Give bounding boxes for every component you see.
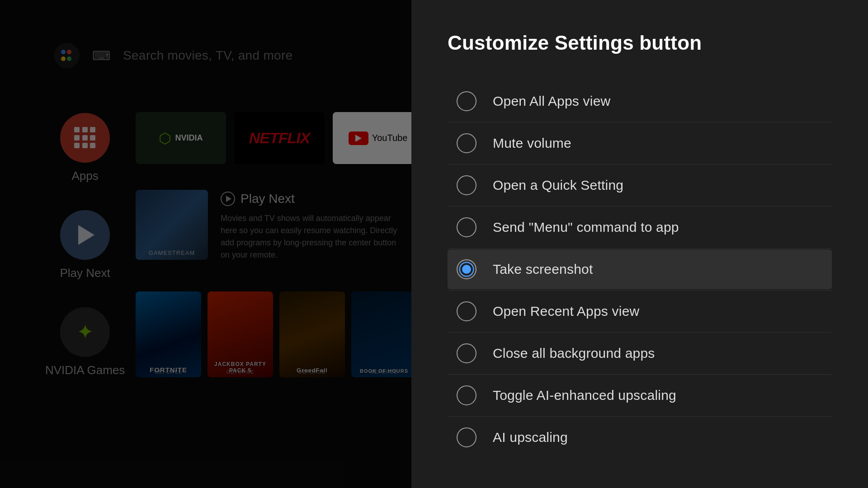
- radio-send-menu-command: [457, 217, 476, 237]
- radio-selected-indicator: [460, 263, 473, 276]
- radio-close-background-apps: [457, 343, 476, 363]
- option-label-open-all-apps: Open All Apps view: [493, 94, 610, 109]
- settings-option-close-background-apps[interactable]: Close all background apps: [448, 333, 832, 373]
- radio-ai-upscaling: [457, 427, 476, 447]
- settings-option-open-quick-setting[interactable]: Open a Quick Setting: [448, 165, 832, 205]
- radio-open-recent-apps: [457, 301, 476, 321]
- divider: [448, 164, 832, 164]
- settings-option-open-all-apps[interactable]: Open All Apps view: [448, 81, 832, 121]
- settings-option-open-recent-apps[interactable]: Open Recent Apps view: [448, 291, 832, 331]
- radio-open-all-apps: [457, 91, 476, 111]
- option-label-open-quick-setting: Open a Quick Setting: [493, 178, 623, 193]
- divider: [448, 332, 832, 333]
- option-label-open-recent-apps: Open Recent Apps view: [493, 304, 639, 319]
- radio-open-quick-setting: [457, 175, 476, 195]
- divider: [448, 122, 832, 122]
- divider: [448, 416, 832, 417]
- option-label-send-menu-command: Send "Menu" command to app: [493, 220, 679, 235]
- option-label-mute-volume: Mute volume: [493, 136, 571, 151]
- divider: [448, 248, 832, 249]
- settings-option-send-menu-command[interactable]: Send "Menu" command to app: [448, 207, 832, 247]
- option-label-close-background-apps: Close all background apps: [493, 346, 655, 361]
- settings-option-take-screenshot[interactable]: Take screenshot: [448, 249, 832, 289]
- divider: [448, 374, 832, 375]
- settings-panel: Customize Settings button Open All Apps …: [411, 0, 868, 488]
- radio-take-screenshot: [457, 259, 476, 279]
- tv-dim-overlay: [0, 0, 411, 488]
- option-label-ai-upscaling: AI upscaling: [493, 430, 568, 445]
- settings-options-list: Open All Apps viewMute volumeOpen a Quic…: [448, 81, 832, 457]
- option-label-take-screenshot: Take screenshot: [493, 262, 593, 277]
- settings-option-mute-volume[interactable]: Mute volume: [448, 123, 832, 163]
- divider: [448, 206, 832, 206]
- settings-option-ai-upscaling[interactable]: AI upscaling: [448, 418, 832, 457]
- option-label-toggle-ai-upscaling: Toggle AI-enhanced upscaling: [493, 388, 676, 403]
- settings-option-toggle-ai-upscaling[interactable]: Toggle AI-enhanced upscaling: [448, 375, 832, 415]
- radio-mute-volume: [457, 133, 476, 153]
- divider: [448, 290, 832, 291]
- radio-toggle-ai-upscaling: [457, 385, 476, 405]
- settings-panel-title: Customize Settings button: [448, 32, 832, 54]
